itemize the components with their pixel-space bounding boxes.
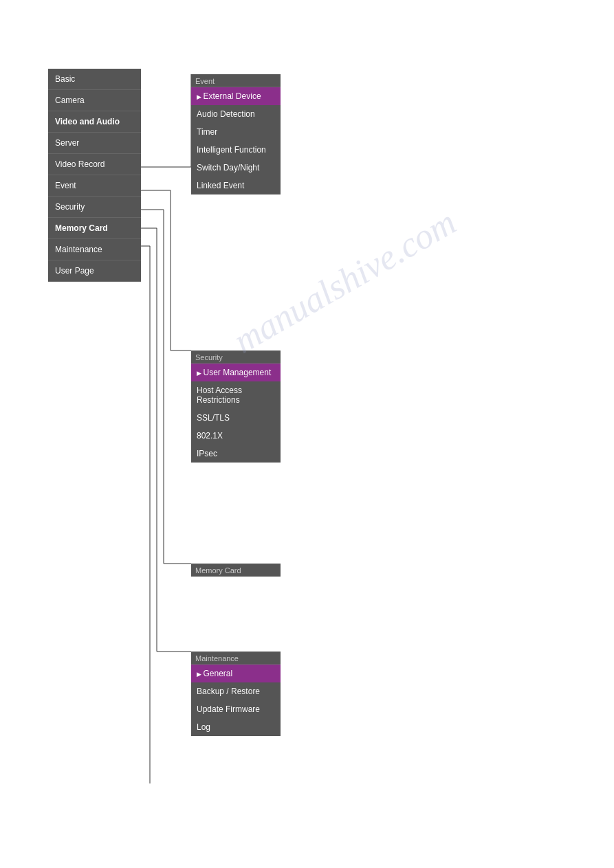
security-item-user-management[interactable]: User Management (191, 364, 281, 381)
maintenance-item-backup-restore[interactable]: Backup / Restore (191, 682, 281, 700)
sidebar: Basic Camera Video and Audio Server Vide… (48, 69, 141, 282)
sidebar-item-basic[interactable]: Basic (48, 69, 141, 90)
sidebar-item-maintenance[interactable]: Maintenance (48, 239, 141, 260)
sidebar-item-event[interactable]: Event (48, 175, 141, 197)
sidebar-item-user-page[interactable]: User Page (48, 260, 141, 282)
security-item-ssl-tls[interactable]: SSL/TLS (191, 409, 281, 427)
security-panel: Security User Management Host Access Res… (191, 350, 281, 463)
sidebar-item-server[interactable]: Server (48, 133, 141, 154)
event-item-external-device[interactable]: External Device (191, 87, 281, 105)
maintenance-item-log[interactable]: Log (191, 718, 281, 736)
event-item-switch-day-night[interactable]: Switch Day/Night (191, 159, 281, 177)
event-panel-title: Event (191, 74, 281, 87)
security-item-ipsec[interactable]: IPsec (191, 445, 281, 463)
security-item-host-access[interactable]: Host Access Restrictions (191, 381, 281, 409)
maintenance-panel-title: Maintenance (191, 652, 281, 665)
memory-card-panel-title: Memory Card (191, 564, 281, 577)
event-item-timer[interactable]: Timer (191, 123, 281, 141)
event-item-audio-detection[interactable]: Audio Detection (191, 105, 281, 123)
sidebar-item-security[interactable]: Security (48, 197, 141, 218)
sidebar-item-video-audio[interactable]: Video and Audio (48, 111, 141, 133)
security-item-802-1x[interactable]: 802.1X (191, 427, 281, 445)
event-item-intelligent-function[interactable]: Intelligent Function (191, 141, 281, 159)
watermark: manualshive.com (227, 201, 463, 361)
event-panel: Event External Device Audio Detection Ti… (191, 74, 281, 194)
maintenance-item-update-firmware[interactable]: Update Firmware (191, 700, 281, 718)
event-item-linked-event[interactable]: Linked Event (191, 177, 281, 194)
maintenance-panel: Maintenance General Backup / Restore Upd… (191, 652, 281, 736)
security-panel-title: Security (191, 350, 281, 364)
maintenance-item-general[interactable]: General (191, 665, 281, 682)
memory-card-panel: Memory Card (191, 564, 281, 577)
sidebar-item-memory-card[interactable]: Memory Card (48, 218, 141, 239)
sidebar-item-video-record[interactable]: Video Record (48, 154, 141, 175)
sidebar-item-camera[interactable]: Camera (48, 90, 141, 111)
